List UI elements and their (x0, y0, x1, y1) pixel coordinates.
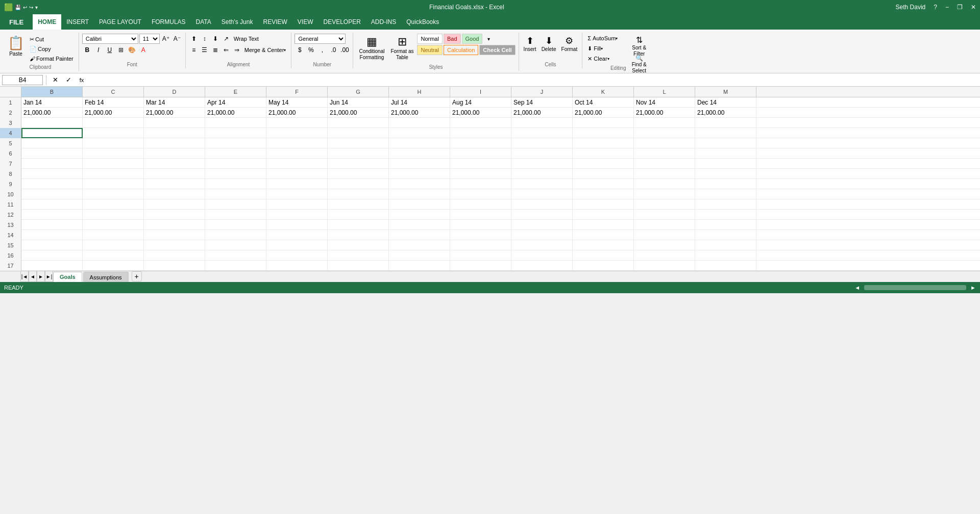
sort-filter-button[interactable]: ⇅ Sort &Filter (627, 34, 651, 52)
cell-f7[interactable] (266, 159, 328, 169)
cell-c4[interactable] (83, 128, 144, 138)
cell-i5[interactable] (450, 138, 511, 148)
col-header-k[interactable]: K (573, 87, 634, 97)
cell-j2[interactable]: 21,000.00 (511, 108, 573, 118)
border-button[interactable]: ⊞ (116, 45, 126, 55)
cell-b10[interactable] (21, 189, 83, 199)
increase-font-size-button[interactable]: A⁺ (161, 34, 171, 44)
insert-button[interactable]: ⬆ Insert (522, 34, 538, 54)
cell-c12[interactable] (83, 210, 144, 220)
scroll-bar-left[interactable]: ◄ (854, 285, 860, 291)
cell-d16[interactable] (144, 250, 205, 261)
col-header-d[interactable]: D (144, 87, 205, 97)
cell-m7[interactable] (695, 159, 756, 169)
cell-l14[interactable] (634, 230, 695, 240)
cell-g4[interactable] (328, 128, 389, 138)
cell-m1[interactable]: Dec 14 (695, 97, 756, 108)
row-num-2[interactable]: 2 (0, 108, 21, 118)
col-header-c[interactable]: C (83, 87, 144, 97)
cell-m15[interactable] (695, 240, 756, 250)
row-num-7[interactable]: 7 (0, 159, 21, 169)
cell-i14[interactable] (450, 230, 511, 240)
cell-i16[interactable] (450, 250, 511, 261)
cell-k3[interactable] (573, 118, 634, 128)
cell-e14[interactable] (205, 230, 266, 240)
cell-f6[interactable] (266, 148, 328, 159)
cell-i12[interactable] (450, 210, 511, 220)
cell-e2[interactable]: 21,000.00 (205, 108, 266, 118)
cell-c17[interactable] (83, 261, 144, 271)
menu-item-view[interactable]: VIEW (292, 14, 318, 30)
cell-l7[interactable] (634, 159, 695, 169)
cell-j3[interactable] (511, 118, 573, 128)
cell-m17[interactable] (695, 261, 756, 271)
cell-j14[interactable] (511, 230, 573, 240)
increase-decimal-button[interactable]: .0 (328, 45, 338, 55)
cell-k9[interactable] (573, 179, 634, 189)
cell-l10[interactable] (634, 189, 695, 199)
cell-g17[interactable] (328, 261, 389, 271)
cell-b11[interactable] (21, 199, 83, 210)
conditional-formatting-button[interactable]: ▦ ConditionalFormatting (356, 34, 387, 63)
row-num-5[interactable]: 5 (0, 138, 21, 148)
sheet-tab-goals[interactable]: Goals (53, 272, 82, 282)
cell-c13[interactable] (83, 220, 144, 230)
cell-h7[interactable] (389, 159, 450, 169)
cell-l17[interactable] (634, 261, 695, 271)
cell-b3[interactable] (21, 118, 83, 128)
cell-e5[interactable] (205, 138, 266, 148)
cell-b2[interactable]: 21,000.00 (21, 108, 83, 118)
help-btn[interactable]: ? (934, 4, 937, 11)
cell-k2[interactable]: 21,000.00 (573, 108, 634, 118)
cell-e8[interactable] (205, 169, 266, 179)
bold-button[interactable]: B (82, 45, 92, 55)
sheet-tab-assumptions[interactable]: Assumptions (83, 272, 129, 282)
cell-i9[interactable] (450, 179, 511, 189)
cell-i13[interactable] (450, 220, 511, 230)
cell-e4[interactable] (205, 128, 266, 138)
undo-icon[interactable]: ↩ (23, 5, 27, 10)
cell-h1[interactable]: Jul 14 (389, 97, 450, 108)
cell-h2[interactable]: 21,000.00 (389, 108, 450, 118)
cell-h10[interactable] (389, 189, 450, 199)
cell-c14[interactable] (83, 230, 144, 240)
save-icon[interactable]: 💾 (15, 5, 21, 10)
cell-e16[interactable] (205, 250, 266, 261)
cell-e17[interactable] (205, 261, 266, 271)
cell-b8[interactable] (21, 169, 83, 179)
menu-item-home[interactable]: HOME (33, 14, 61, 30)
cell-c2[interactable]: 21,000.00 (83, 108, 144, 118)
cell-k10[interactable] (573, 189, 634, 199)
cell-m8[interactable] (695, 169, 756, 179)
col-header-i[interactable]: I (450, 87, 511, 97)
cell-h11[interactable] (389, 199, 450, 210)
cell-e12[interactable] (205, 210, 266, 220)
cell-b15[interactable] (21, 240, 83, 250)
cell-h4[interactable] (389, 128, 450, 138)
cell-h14[interactable] (389, 230, 450, 240)
cell-d6[interactable] (144, 148, 205, 159)
row-num-9[interactable]: 9 (0, 179, 21, 189)
cell-f13[interactable] (266, 220, 328, 230)
cell-l1[interactable]: Nov 14 (634, 97, 695, 108)
row-num-14[interactable]: 14 (0, 230, 21, 240)
cell-l8[interactable] (634, 169, 695, 179)
align-top-button[interactable]: ⬆ (189, 34, 199, 44)
style-normal-button[interactable]: Normal (417, 34, 442, 44)
cell-h5[interactable] (389, 138, 450, 148)
cell-b13[interactable] (21, 220, 83, 230)
cell-c1[interactable]: Feb 14 (83, 97, 144, 108)
cell-l5[interactable] (634, 138, 695, 148)
cell-f4[interactable] (266, 128, 328, 138)
horizontal-scrollbar[interactable] (864, 285, 966, 290)
comma-button[interactable]: , (317, 45, 327, 55)
decrease-decimal-button[interactable]: .00 (339, 45, 350, 55)
cell-c3[interactable] (83, 118, 144, 128)
cell-c6[interactable] (83, 148, 144, 159)
cell-d3[interactable] (144, 118, 205, 128)
paste-button[interactable]: 📋 Paste (5, 34, 27, 63)
cell-i7[interactable] (450, 159, 511, 169)
sheet-nav-left[interactable]: ◄ (29, 271, 37, 282)
col-header-e[interactable]: E (205, 87, 266, 97)
cell-d9[interactable] (144, 179, 205, 189)
